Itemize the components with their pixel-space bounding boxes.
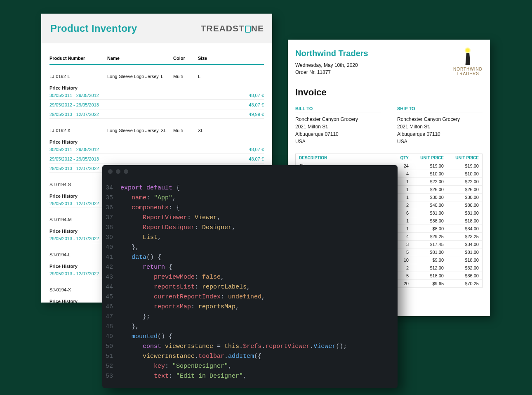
product-name: Long-Sleeve Logo Jersey, L [107,74,173,79]
item-unit-price-2: $19.00 [444,163,479,168]
product-number: LJ-0192-L [49,74,107,79]
invoice-date: Wednesday, May 10th, 2020 [295,62,368,68]
product-size: XL [198,128,231,133]
line-number: 45 [102,292,120,302]
price-history-price: 48,07 € [198,93,264,98]
window-dot-icon [108,169,113,174]
line-number: 37 [102,213,120,223]
line-number: 35 [102,193,120,203]
product-name: Long-Sleeve Logo Jersey, XL [107,128,173,133]
window-dot-icon [116,169,120,174]
col-name: Name [107,56,173,61]
item-unit-price-2: $81.00 [444,250,479,255]
code-line: 45 currentReportIndex: undefined, [102,292,398,302]
product-block: LJ-0192-LLong-Sleeve Logo Jersey, LMulti… [49,65,264,119]
price-history-price: 48,07 € [198,102,264,107]
col-size: Size [198,56,231,61]
item-unit-price: $81.00 [409,250,444,255]
item-unit-price: $9.00 [409,258,444,263]
code-line: 47 }; [102,312,398,322]
product-color: Multi [173,74,198,79]
ship-to-label: SHIP TO [397,106,483,113]
col-unit-price: UNIT PRICE [409,156,444,160]
code-line: 39 List, [102,233,398,243]
invoice-order: Order Nr. 11877 [295,69,368,75]
code-line: 38 ReportDesigner: Designer, [102,223,398,233]
code-line: 46 reportsMap: reportsMap, [102,302,398,312]
code-line: 42 return { [102,263,398,272]
price-history-price: 48,07 € [198,156,264,161]
price-history-date: 30/05/2011 - 29/05/2012 [49,147,198,152]
item-unit-price: $22.00 [409,179,444,184]
invoice-company: Northwind Traders [295,49,368,58]
code-body: 34export default {35 name: "App",36 comp… [102,177,398,381]
line-number: 51 [102,352,120,362]
price-history-label: Price History [49,85,264,90]
item-unit-price-2: $32.00 [444,265,479,270]
item-unit-price: $30.00 [409,195,444,200]
line-number: 44 [102,282,120,292]
price-history-row: 29/05/2012 - 29/05/201348,07 € [49,156,264,163]
item-unit-price: $29.25 [409,234,444,239]
price-history-price: 48,07 € [198,147,264,152]
price-history-row: 30/05/2011 - 29/05/201248,07 € [49,147,264,154]
item-unit-price-2: $70.25 [444,281,479,286]
item-unit-price-2: $80.00 [444,203,479,208]
col-description: DESCRIPTION [299,156,388,160]
price-history-date: 29/05/2013 - 12/07/2022 [49,112,198,117]
product-number: SJ-0194-M [49,217,107,222]
item-unit-price-2: $30.00 [444,195,479,200]
item-unit-price-2: $26.00 [444,187,479,192]
col-unit-price-2: UNIT PRICE [444,156,479,160]
code-line: 34export default { [102,183,398,193]
price-history-label: Price History [49,140,264,144]
item-unit-price: $10.00 [409,171,444,176]
product-color: Multi [173,128,198,133]
col-product-number: Product Number [49,56,107,61]
line-number: 39 [102,233,120,243]
item-unit-price: $8.00 [409,226,444,231]
item-unit-price-2: $18.00 [444,258,479,263]
product-number: LJ-0192-X [49,128,107,133]
price-history-row: 30/05/2011 - 29/05/201248,07 € [49,93,264,100]
northwind-logo: NORTHWIND TRADERS [453,49,483,76]
window-dot-icon [124,169,128,174]
code-line: 51 viewerInstance.toolbar.addItem({ [102,352,398,362]
col-color: Color [173,56,198,61]
inventory-title: Product Inventory [50,23,137,34]
item-unit-price-2: $10.00 [444,171,479,176]
product-row: LJ-0192-XLong-Sleeve Logo Jersey, XLMult… [49,128,264,133]
item-unit-price: $18.00 [409,273,444,278]
item-unit-price-2: $34.00 [444,242,479,247]
bill-to-block: BILL TO Ronchester Canyon Grocery 2021 M… [295,106,381,145]
code-line: 43 previewMode: false, [102,272,398,282]
line-number: 38 [102,223,120,233]
item-unit-price: $31.00 [409,211,444,215]
price-history-date: 30/05/2011 - 29/05/2012 [49,93,198,98]
item-unit-price: $9.65 [409,281,444,286]
col-qty: QTY [388,156,409,160]
item-unit-price: $40.00 [409,203,444,208]
price-history-date: 29/05/2012 - 29/05/2013 [49,156,198,161]
price-history-price: 49,99 € [198,112,264,117]
item-unit-price-2: $31.00 [444,211,479,215]
code-line: 50 const viewerIstance = this.$refs.repo… [102,342,398,352]
code-line: 36 components: { [102,203,398,213]
lighthouse-icon [462,49,473,65]
item-unit-price-2: $22.00 [444,179,479,184]
product-number: SJ-0194-L [49,252,107,257]
product-size: L [198,74,231,79]
bill-to-label: BILL TO [295,106,381,113]
code-line: 53 text: "Edit in Designer", [102,371,398,381]
item-unit-price: $26.00 [409,187,444,192]
item-unit-price-2: $36.00 [444,273,479,278]
item-unit-price: $12.00 [409,265,444,270]
ship-to-block: SHIP TO Ronchester Canyon Grocery 2021 M… [397,106,483,145]
item-unit-price: $38.00 [409,218,444,223]
code-line: 49 mounted() { [102,332,398,342]
brand-o-icon [245,26,251,33]
code-line: 41 data() { [102,253,398,263]
line-number: 41 [102,253,120,263]
line-number: 52 [102,362,120,371]
line-number: 43 [102,272,120,282]
